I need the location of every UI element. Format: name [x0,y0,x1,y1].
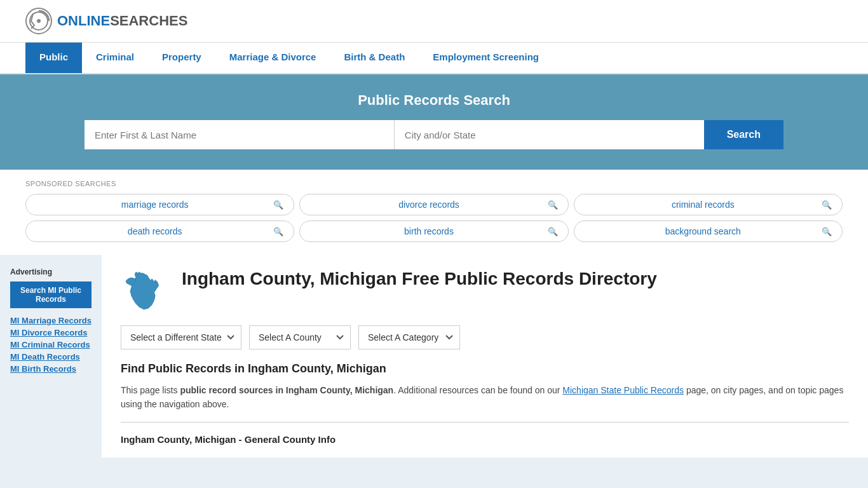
page-title: Ingham County, Michigan Free Public Reco… [182,268,849,290]
sidebar-link-divorce[interactable]: MI Divorce Records [10,328,92,337]
search-button[interactable]: Search [704,120,783,149]
search-icon-death: 🔍 [273,227,283,236]
sponsored-link-death[interactable]: death records [36,226,273,236]
hero-title: Public Records Search [25,92,843,109]
nav-item-birth-death[interactable]: Birth & Death [330,43,419,73]
find-records-text: This page lists public record sources in… [121,383,849,412]
sponsored-link-divorce[interactable]: divorce records [310,200,547,210]
sponsored-grid: marriage records 🔍 divorce records 🔍 cri… [25,194,843,242]
sponsored-tag-background[interactable]: background search 🔍 [574,220,843,242]
search-icon-criminal: 🔍 [822,200,832,210]
sidebar-advertising-label: Advertising [10,268,92,276]
nav-item-property[interactable]: Property [148,43,215,73]
nav-item-public[interactable]: Public [25,43,82,73]
section-divider [121,422,849,423]
search-icon-background: 🔍 [822,227,832,236]
header: ONLINESEARCHES [0,0,868,43]
nav-item-employment[interactable]: Employment Screening [419,43,553,73]
sponsored-label: SPONSORED SEARCHES [25,180,843,187]
sponsored-link-marriage[interactable]: marriage records [36,200,273,210]
content-area: Ingham County, Michigan Free Public Reco… [102,255,868,458]
sponsored-tag-marriage[interactable]: marriage records 🔍 [25,194,294,215]
sponsored-link-birth[interactable]: birth records [310,226,547,236]
svg-point-2 [37,19,41,23]
county-select[interactable]: Select A County [249,325,351,349]
sidebar-search-btn[interactable]: Search MI Public Records [10,281,92,308]
sponsored-tag-criminal[interactable]: criminal records 🔍 [574,194,843,215]
sidebar-link-birth[interactable]: MI Birth Records [10,364,92,374]
section-subtitle: Ingham County, Michigan - General County… [121,429,849,445]
logo-icon [25,8,52,34]
location-input[interactable] [395,120,704,149]
find-records-title: Find Public Records in Ingham County, Mi… [121,362,849,376]
search-icon-divorce: 🔍 [548,200,558,210]
search-bar: Search [85,120,783,149]
search-icon-birth: 🔍 [548,227,558,236]
sidebar-link-marriage[interactable]: MI Marriage Records [10,316,92,325]
state-select[interactable]: Select a Different State [121,325,241,349]
sidebar-link-death[interactable]: MI Death Records [10,352,92,362]
nav-item-criminal[interactable]: Criminal [82,43,148,73]
logo: ONLINESEARCHES [25,8,187,34]
sponsored-tag-birth[interactable]: birth records 🔍 [299,220,568,242]
sponsored-link-background[interactable]: background search [585,226,822,236]
category-select[interactable]: Select A Category [358,325,460,349]
selects-row: Select a Different State Select A County… [121,325,849,349]
sponsored-tag-divorce[interactable]: divorce records 🔍 [299,194,568,215]
search-icon-marriage: 🔍 [273,200,283,210]
logo-text: ONLINESEARCHES [57,13,187,29]
sidebar-link-criminal[interactable]: MI Criminal Records [10,340,92,349]
sponsored-link-criminal[interactable]: criminal records [585,200,822,210]
michigan-state-link[interactable]: Michigan State Public Records [562,385,684,395]
title-area: Ingham County, Michigan Free Public Reco… [121,268,849,290]
name-input[interactable] [85,120,395,149]
find-records-section: Find Public Records in Ingham County, Mi… [121,362,849,445]
nav-item-marriage-divorce[interactable]: Marriage & Divorce [215,43,330,73]
sponsored-tag-death[interactable]: death records 🔍 [25,220,294,242]
state-icon [121,268,172,320]
sponsored-section: SPONSORED SEARCHES marriage records 🔍 di… [0,170,868,255]
sidebar-links: MI Marriage Records MI Divorce Records M… [10,316,92,374]
main-content: Advertising Search MI Public Records MI … [0,255,868,458]
sidebar: Advertising Search MI Public Records MI … [0,255,102,458]
hero-section: Public Records Search Search [0,74,868,170]
main-nav: Public Criminal Property Marriage & Divo… [0,43,868,74]
